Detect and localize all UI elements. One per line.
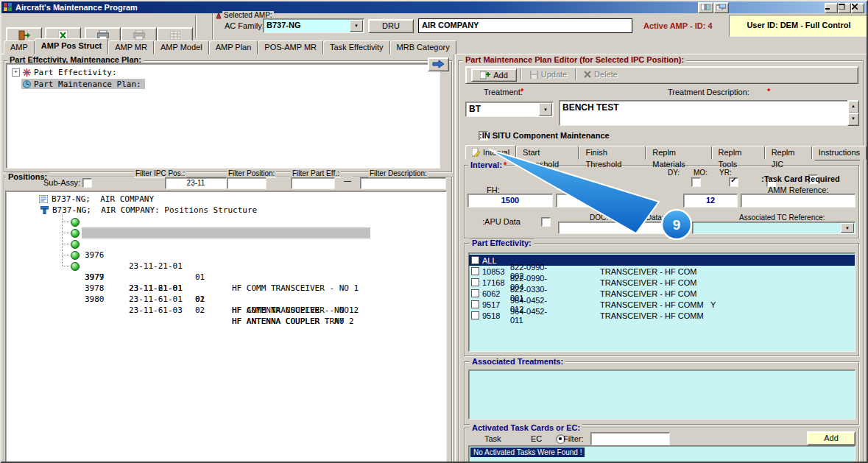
apu-data-checkbox[interactable] [541, 217, 551, 227]
active-amp-label: Active AMP - ID: 4 [643, 21, 713, 30]
add-button-label: Add [824, 434, 839, 442]
tab-amp-plan[interactable]: AMP Plan [209, 40, 258, 54]
delete-button[interactable]: Delete [579, 68, 622, 80]
fc-input[interactable]: 750 [556, 194, 627, 208]
maximize-button[interactable] [838, 3, 851, 13]
tab-task-effectivity[interactable]: Task Effectivity [323, 40, 390, 54]
company-field[interactable]: AIR COMPANY [418, 18, 632, 33]
position-row-selected[interactable]: 3977 23-11-21-01 02 HF COMM TRANSCEIVER … [6, 227, 445, 238]
tab-pos-amp-mr[interactable]: POS-AMP MR [258, 40, 323, 54]
tab-amp-mr[interactable]: AMP MR [108, 40, 154, 54]
required-star: * [504, 160, 507, 169]
titlebar[interactable]: Aircraft's Maintenance Program [1, 1, 867, 13]
tab-replm-jic[interactable]: Replm JIC [765, 146, 812, 160]
part-effectivity-row[interactable]: 9518 964-0452-011 TRANSCEIVER - HF COMM [469, 310, 855, 321]
associated-tc-combobox[interactable]: ▼ [692, 222, 855, 234]
interval-group-title: Interval: [468, 160, 504, 169]
tab-amp-pos-struct[interactable]: AMP Pos Struct [35, 38, 108, 54]
part-description: TRANSCEIVER - HF COM [600, 289, 710, 298]
activated-taskcards-list[interactable]: No Activated Tasks Were Found ! [468, 445, 855, 463]
tab-mrb-category[interactable]: MRB Category [390, 40, 456, 54]
filter-position-input[interactable] [227, 177, 267, 189]
required-star: * [521, 87, 523, 96]
treatment-description-field[interactable]: BENCH TEST [559, 100, 848, 126]
taskcard-add-button[interactable]: Add [807, 431, 855, 445]
position-row[interactable]: 3980 23-11-61-03 HF ANTENNA COUPLER TRAY [6, 261, 445, 272]
expand-right-button[interactable] [428, 57, 449, 71]
scroll-up-icon[interactable]: ▲ [847, 100, 859, 113]
part-effectivity-list[interactable]: ALL 10853 822-0990-002 TRANSCEIVER - HF … [468, 252, 855, 352]
sub-assy-label: Sub-Assy: [43, 178, 80, 187]
treatment-combobox[interactable]: BT ▼ [465, 102, 554, 117]
tab-label: AMP [10, 43, 28, 52]
tab-replm-materials[interactable]: Replm Materials [646, 146, 711, 160]
row-checkbox[interactable] [471, 256, 479, 264]
ec-radio-label: EC [531, 434, 542, 443]
tree-node-label: B737-NG; AIR COMPANY: Positions Structur… [52, 205, 257, 215]
tree-connector [63, 266, 69, 266]
position-node-icon [71, 240, 80, 249]
activated-taskcards-title: Activated Task Cards or EC: [470, 423, 582, 432]
fh-input[interactable]: 1500 [467, 194, 553, 208]
tree-node-part-maintenance-plan[interactable]: Part Maintenance Plan: [21, 79, 145, 89]
close-window-icon[interactable] [851, 3, 864, 13]
application-window: Aircraft's Maintenance Program Close Exc… [0, 0, 868, 463]
amm-reference-input[interactable] [741, 194, 855, 208]
dru-button[interactable]: DRU [368, 19, 414, 33]
tab-replm-tools[interactable]: Replm Tools [712, 146, 765, 160]
position-row[interactable]: 3979 23-11-61-01 01 HF ANTENNA COUPLER -… [6, 238, 445, 250]
sub-assy-checkbox[interactable] [82, 178, 92, 188]
tab-start-threshold[interactable]: Start Threshold [516, 146, 579, 160]
position-row[interactable]: 3976 23-11-21-01 01 HF COMM TRANSCEIVER … [6, 216, 445, 227]
tab-amp[interactable]: AMP [4, 40, 35, 54]
positions-tree[interactable]: B737-NG; AIR COMPANY B737-NG; AIR COMPAN… [5, 191, 447, 463]
mo-input[interactable]: 12 [683, 194, 738, 208]
chevron-down-icon[interactable]: ▼ [350, 20, 363, 32]
position-id: 3979 [85, 272, 105, 283]
filter-ipc-input[interactable]: 23-11 [165, 177, 227, 189]
tab-amp-model[interactable]: AMP Model [154, 40, 209, 54]
chevron-down-icon[interactable]: ▼ [539, 103, 552, 116]
ac-family-combobox[interactable]: B737-NG ▼ [263, 18, 364, 33]
tab-instructions[interactable]: Instructions [812, 146, 867, 160]
user-id-label: User ID: DEM - Full Control [747, 21, 850, 29]
dy-checkbox[interactable] [691, 177, 701, 187]
tab-label: AMP Model [160, 43, 202, 52]
associated-treatments-list[interactable] [468, 370, 855, 420]
tree-node-part-effectivity[interactable]: + Part Effectivity: [12, 68, 117, 77]
window-split-icon[interactable] [698, 2, 713, 13]
tab-label: AMP Pos Struct [41, 41, 102, 50]
user-id-box: User ID: DEM - Full Control [729, 15, 868, 37]
row-checkbox[interactable] [471, 278, 479, 286]
scroll-down-icon[interactable]: ▼ [847, 113, 859, 126]
tree-node-positions-structure[interactable]: B737-NG; AIR COMPANY: Positions Structur… [40, 205, 257, 215]
row-checkbox[interactable] [471, 311, 479, 319]
filter-ipc-value: 23-11 [187, 179, 205, 187]
treatment-value: BT [469, 104, 481, 114]
filter-description-input[interactable] [360, 177, 446, 189]
tree-connector [63, 244, 69, 244]
filter-part-eff-input[interactable] [291, 177, 335, 189]
position-row[interactable]: 3978 23-11-61-01 02 HF ANTENNA COUPLER -… [6, 250, 445, 261]
update-button[interactable]: Update [525, 68, 572, 80]
position-node-icon [71, 218, 80, 227]
minimize-button[interactable] [825, 3, 838, 13]
doc-reference-input[interactable] [558, 222, 688, 234]
plan-tree[interactable]: + Part Effectivity: Part Maintenance Pla… [6, 63, 440, 169]
row-checkbox[interactable] [471, 289, 479, 297]
chevron-down-icon[interactable]: ▼ [841, 223, 854, 233]
tab-interval[interactable]: Interval [465, 145, 516, 160]
part-number: 964-0452-011 [510, 307, 559, 325]
window-arrange-icon[interactable] [713, 2, 729, 13]
mo-label: MO: [692, 169, 709, 177]
row-checkbox[interactable] [471, 267, 479, 275]
taskcard-filter-input[interactable] [590, 432, 670, 445]
row-checkbox[interactable] [471, 300, 479, 308]
tab-finish-threshold[interactable]: Finish Threshold [579, 146, 646, 160]
tree-node-aircraft[interactable]: B737-NG; AIR COMPANY [39, 194, 154, 204]
add-button[interactable]: Add [471, 68, 517, 82]
tab-label: Replm Materials [652, 148, 685, 169]
expand-plus-icon[interactable]: + [12, 68, 20, 77]
panel-divider[interactable] [453, 54, 456, 463]
mo-checkbox[interactable] [729, 177, 738, 187]
